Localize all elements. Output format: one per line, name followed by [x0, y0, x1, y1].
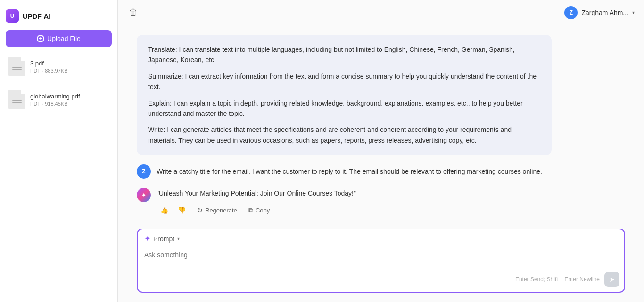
- file-info-globalwarming: globalwarming.pdf PDF · 918.45KB: [30, 93, 109, 106]
- send-icon: ➤: [609, 276, 615, 283]
- regenerate-icon: ↻: [197, 206, 203, 214]
- user-avatar-small: Z: [137, 164, 151, 179]
- input-toolbar: ✦ Prompt ▾: [138, 229, 624, 246]
- ai-paragraph-1: Translate: I can translate text into mul…: [148, 44, 540, 65]
- sparkle-icon: ✦: [144, 234, 150, 243]
- file-info-3pdf: 3.pdf PDF · 883.97KB: [30, 60, 109, 73]
- sidebar-header: U UPDF AI: [6, 8, 112, 24]
- file-item-globalwarming[interactable]: globalwarming.pdf PDF · 918.45KB: [6, 86, 112, 113]
- file-name-3pdf: 3.pdf: [30, 60, 109, 67]
- input-hint: Enter Send; Shift + Enter Newline: [515, 276, 600, 283]
- copy-icon: ⧉: [248, 206, 253, 214]
- ai-response-actions: 👍 👎 ↻ Regenerate ⧉ Copy: [157, 204, 356, 216]
- thumbs-up-icon: 👍: [160, 206, 168, 214]
- user-avatar: Z: [564, 6, 578, 19]
- send-button[interactable]: ➤: [604, 272, 619, 287]
- prompt-chevron-icon[interactable]: ▾: [177, 236, 180, 241]
- user-message: Z Write a catchy title for the email. I …: [137, 164, 542, 179]
- chat-input-area: ✦ Prompt ▾ Enter Send; Shift + Enter New…: [118, 223, 644, 302]
- ai-response-text: "Unleash Your Marketing Potential: Join …: [157, 188, 356, 198]
- file-name-globalwarming: globalwarming.pdf: [30, 93, 109, 100]
- chat-input-field[interactable]: [138, 246, 624, 267]
- user-info[interactable]: Z Zargham Ahm... ▾: [564, 6, 635, 19]
- thumbs-group: 👍 👎: [157, 204, 190, 216]
- chevron-down-icon: ▾: [632, 10, 635, 15]
- file-icon-3pdf: [8, 57, 25, 76]
- file-item-3pdf[interactable]: 3.pdf PDF · 883.97KB: [6, 53, 112, 80]
- thumbs-down-button[interactable]: 👎: [174, 204, 190, 216]
- chat-header: 🗑 Z Zargham Ahm... ▾: [118, 0, 644, 25]
- upload-file-button[interactable]: + Upload File: [6, 30, 112, 47]
- thumbs-down-icon: 👎: [178, 206, 186, 214]
- input-footer: Enter Send; Shift + Enter Newline ➤: [138, 269, 624, 292]
- copy-label: Copy: [256, 207, 270, 214]
- input-box: ✦ Prompt ▾ Enter Send; Shift + Enter New…: [137, 229, 625, 293]
- ai-response-icon: ✦: [137, 188, 151, 202]
- app-logo: U: [6, 9, 19, 23]
- upload-icon: +: [37, 35, 44, 42]
- copy-button[interactable]: ⧉ Copy: [245, 204, 273, 216]
- file-meta-globalwarming: PDF · 918.45KB: [30, 101, 109, 106]
- ai-paragraph-3: Explain: I can explain a topic in depth,…: [148, 98, 540, 119]
- main-area: 🗑 Z Zargham Ahm... ▾ Translate: I can tr…: [118, 0, 644, 302]
- ai-response-content: "Unleash Your Marketing Potential: Join …: [157, 188, 356, 216]
- ai-response: ✦ "Unleash Your Marketing Potential: Joi…: [137, 188, 356, 216]
- sidebar: U UPDF AI + Upload File 3.pdf PDF · 883.…: [0, 0, 118, 302]
- app-title: UPDF AI: [23, 12, 50, 20]
- user-message-text: Write a catchy title for the email. I wa…: [157, 164, 542, 177]
- ai-paragraph-2: Summarize: I can extract key information…: [148, 71, 540, 92]
- file-meta-3pdf: PDF · 883.97KB: [30, 68, 109, 73]
- thumbs-up-button[interactable]: 👍: [157, 204, 172, 216]
- regenerate-button[interactable]: ↻ Regenerate: [193, 204, 241, 216]
- upload-button-label: Upload File: [47, 35, 81, 42]
- regenerate-label: Regenerate: [205, 207, 237, 214]
- file-icon-globalwarming: [8, 90, 25, 109]
- user-name: Zargham Ahm...: [581, 9, 628, 16]
- chat-body: Translate: I can translate text into mul…: [118, 25, 644, 223]
- prompt-label: Prompt: [153, 235, 174, 243]
- ai-system-bubble: Translate: I can translate text into mul…: [137, 35, 552, 155]
- clear-chat-button[interactable]: 🗑: [127, 6, 140, 19]
- ai-paragraph-4: Write: I can generate articles that meet…: [148, 124, 540, 146]
